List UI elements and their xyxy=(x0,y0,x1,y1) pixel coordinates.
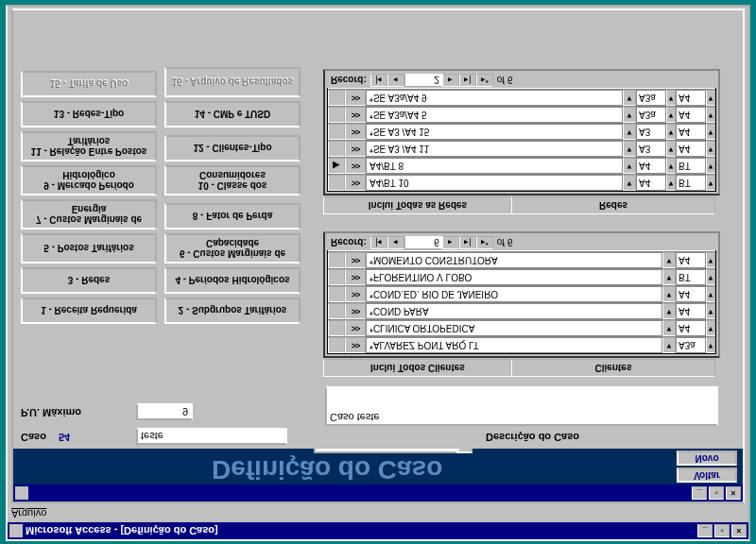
btn-7[interactable]: 7 - Custos Marginais de Energia xyxy=(21,199,157,230)
row-selector[interactable] xyxy=(328,175,345,191)
chevron-down-icon[interactable]: ▼ xyxy=(662,286,676,302)
chevron-down-icon[interactable]: ▼ xyxy=(706,303,715,319)
rede-name[interactable] xyxy=(366,141,623,157)
rede-name[interactable] xyxy=(366,175,623,191)
chevron-down-icon[interactable]: ▼ xyxy=(623,175,636,191)
btn-10[interactable]: 10 - Classe dos Consumidores xyxy=(164,165,301,196)
chevron-down-icon[interactable]: ▼ xyxy=(706,286,715,302)
rede-c2[interactable] xyxy=(676,175,706,191)
rede-c1[interactable] xyxy=(636,141,666,157)
cliente-code[interactable] xyxy=(676,303,706,319)
chevron-down-icon[interactable]: ▼ xyxy=(623,107,636,123)
expand-button[interactable]: >> xyxy=(345,286,366,302)
caso-name-input[interactable] xyxy=(136,428,287,445)
chevron-down-icon[interactable]: ▼ xyxy=(706,175,715,191)
btn-1[interactable]: 1 - Receita Requerida xyxy=(21,298,157,324)
rede-name[interactable] xyxy=(366,124,623,140)
chevron-down-icon[interactable]: ▼ xyxy=(666,107,676,123)
form-minimize[interactable]: _ xyxy=(692,486,707,500)
close-button[interactable]: × xyxy=(731,524,747,537)
rede-c2[interactable] xyxy=(676,141,706,157)
rec-pos[interactable] xyxy=(404,74,442,87)
cliente-code[interactable] xyxy=(676,252,706,268)
cliente-name[interactable] xyxy=(366,337,662,353)
cliente-code[interactable] xyxy=(676,320,706,336)
chevron-down-icon[interactable]: ▼ xyxy=(662,269,676,285)
chevron-down-icon[interactable]: ▼ xyxy=(623,141,636,157)
expand-button[interactable]: >> xyxy=(345,124,366,140)
maximize-button[interactable]: ▫ xyxy=(714,524,730,537)
expand-button[interactable]: >> xyxy=(345,269,366,285)
tab-clientes[interactable]: Clientes xyxy=(511,359,715,377)
row-selector[interactable] xyxy=(328,90,345,106)
minimize-button[interactable]: _ xyxy=(697,524,713,537)
chevron-down-icon[interactable]: ▼ xyxy=(662,303,676,319)
rede-name[interactable] xyxy=(366,158,623,174)
chevron-down-icon[interactable]: ▼ xyxy=(662,320,676,336)
chevron-down-icon[interactable]: ▼ xyxy=(666,141,676,157)
menu-arquivo[interactable]: Arquivo xyxy=(11,508,46,519)
cliente-name[interactable] xyxy=(366,286,662,302)
chevron-down-icon[interactable]: ▼ xyxy=(706,107,715,123)
btn-3[interactable]: 3 - Redes xyxy=(21,267,157,294)
chevron-down-icon[interactable]: ▼ xyxy=(623,90,636,106)
cliente-name[interactable] xyxy=(366,320,662,336)
nav-last[interactable]: ▸| xyxy=(459,74,476,87)
chevron-down-icon[interactable]: ▼ xyxy=(706,252,715,268)
row-selector[interactable] xyxy=(328,124,345,140)
rede-c1[interactable] xyxy=(636,175,666,191)
btn-16[interactable]: 16 - Arquivo de Resultados xyxy=(164,67,301,97)
chevron-down-icon[interactable]: ▼ xyxy=(666,158,676,174)
chevron-down-icon[interactable]: ▼ xyxy=(706,269,715,285)
form-maximize[interactable]: ▫ xyxy=(709,486,724,500)
nav-next[interactable]: ▸ xyxy=(442,74,459,87)
chevron-down-icon[interactable]: ▼ xyxy=(662,337,676,353)
rede-c1[interactable] xyxy=(636,158,666,174)
row-selector[interactable] xyxy=(328,252,345,268)
desc-textarea[interactable]: Caso teste xyxy=(325,386,718,426)
expand-button[interactable]: >> xyxy=(345,158,366,174)
cliente-name[interactable] xyxy=(366,303,662,319)
btn-5[interactable]: 5 - Postos Tarifários xyxy=(21,233,157,264)
row-selector[interactable] xyxy=(328,320,345,336)
chevron-down-icon[interactable]: ▼ xyxy=(706,320,715,336)
expand-button[interactable]: >> xyxy=(345,337,366,353)
btn-8[interactable]: 8 - Fator de Perda xyxy=(164,203,301,230)
tab-redes[interactable]: Redes xyxy=(511,196,715,214)
nav-prev[interactable]: ◂ xyxy=(387,236,404,249)
chevron-down-icon[interactable]: ▼ xyxy=(666,124,676,140)
row-selector[interactable] xyxy=(328,286,345,302)
expand-button[interactable]: >> xyxy=(345,107,366,123)
chevron-down-icon[interactable]: ▼ xyxy=(623,158,636,174)
row-selector[interactable] xyxy=(328,141,345,157)
nav-prev[interactable]: ◂ xyxy=(387,74,404,87)
btn-12[interactable]: 12 - Clientes-Tipo xyxy=(164,135,301,162)
chevron-down-icon[interactable]: ▼ xyxy=(706,90,715,106)
row-selector[interactable] xyxy=(328,303,345,319)
rede-c2[interactable] xyxy=(676,90,706,106)
nav-last[interactable]: ▸| xyxy=(459,236,476,249)
expand-button[interactable]: >> xyxy=(345,252,366,268)
expand-button[interactable]: >> xyxy=(345,90,366,106)
row-selector[interactable]: ▶ xyxy=(328,158,345,174)
rede-name[interactable] xyxy=(366,90,623,106)
chevron-down-icon[interactable]: ▼ xyxy=(706,337,715,353)
chevron-down-icon[interactable]: ▼ xyxy=(623,124,636,140)
rede-name[interactable] xyxy=(366,107,623,123)
btn-4[interactable]: 4 - Períodos Hidrológicos xyxy=(164,267,301,294)
tab-inclui-redes[interactable]: Inclui Todas as Redes xyxy=(323,196,512,214)
row-selector[interactable] xyxy=(328,107,345,123)
btn-11[interactable]: 11 - Relação Entre Postos Tarifários xyxy=(21,131,157,162)
btn-15[interactable]: 15 - Tarifa de Uso xyxy=(21,71,157,97)
nav-first[interactable]: |◂ xyxy=(370,74,387,87)
rec-pos[interactable] xyxy=(404,236,442,249)
rede-c1[interactable] xyxy=(636,124,666,140)
rede-c2[interactable] xyxy=(676,107,706,123)
pu-input[interactable] xyxy=(136,403,193,420)
btn-2[interactable]: 2 - Subgrupos Tarifários xyxy=(164,298,301,324)
rede-c1[interactable] xyxy=(636,90,666,106)
cliente-code[interactable] xyxy=(676,337,706,353)
row-selector[interactable] xyxy=(328,337,345,353)
btn-6[interactable]: 6 - Custos Marginais de Capacidade xyxy=(164,233,301,264)
nav-new[interactable]: ▸* xyxy=(476,74,493,87)
